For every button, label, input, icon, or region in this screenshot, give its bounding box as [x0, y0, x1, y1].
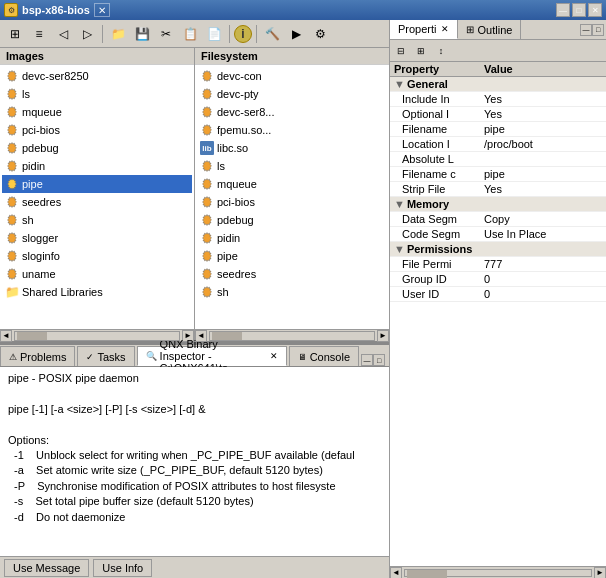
toolbar-forward-btn[interactable]: ▷	[76, 23, 98, 45]
use-info-button[interactable]: Use Info	[93, 559, 152, 577]
item-label: devc-ser8250	[22, 70, 89, 82]
props-h-track[interactable]	[404, 569, 592, 577]
tab-properties[interactable]: Properti ✕	[390, 20, 458, 39]
toolbar-list-btn[interactable]: ≡	[28, 23, 50, 45]
fs-item[interactable]: pidin	[197, 229, 387, 247]
group-collapse-icon[interactable]: ▼	[394, 243, 405, 255]
item-label: mqueue	[22, 106, 62, 118]
props-minimize[interactable]: —	[580, 24, 592, 36]
toolbar-settings-btn[interactable]: ⚙	[309, 23, 331, 45]
toolbar-cut-btn[interactable]: ✂	[155, 23, 177, 45]
bottom-tab[interactable]: ✓Tasks	[77, 346, 134, 366]
images-item[interactable]: 📁Shared Libraries	[2, 283, 192, 301]
item-label: pidin	[22, 160, 45, 172]
filesystem-content[interactable]: devc-con devc-pty devc-ser8... fpemu.so.…	[195, 65, 389, 329]
close-button[interactable]: ✕	[588, 3, 602, 17]
fs-item[interactable]: fpemu.so...	[197, 121, 387, 139]
filesystem-header: Filesystem	[195, 48, 389, 65]
props-scrollbar-h[interactable]: ◄ ►	[390, 566, 606, 578]
props-btn-3[interactable]: ↕	[432, 42, 450, 60]
group-collapse-icon[interactable]: ▼	[394, 78, 405, 90]
tab-close-icon[interactable]: ✕	[270, 351, 278, 361]
fs-scroll-thumb[interactable]	[212, 332, 242, 340]
bottom-tab[interactable]: 🖥Console	[289, 346, 359, 366]
props-h-left[interactable]: ◄	[390, 567, 402, 579]
fs-item[interactable]: pdebug	[197, 211, 387, 229]
folder-icon: 📁	[4, 284, 20, 300]
fs-item[interactable]: ls	[197, 157, 387, 175]
images-item[interactable]: pdebug	[2, 139, 192, 157]
prop-name: Absolute L	[390, 152, 480, 167]
images-scroll-left[interactable]: ◄	[0, 330, 12, 342]
fs-item[interactable]: liblibc.so	[197, 139, 387, 157]
item-label: uname	[22, 268, 56, 280]
bottom-tab[interactable]: ⚠Problems	[0, 346, 75, 366]
images-item[interactable]: slogger	[2, 229, 192, 247]
props-h-right[interactable]: ►	[594, 567, 606, 579]
props-btn-2[interactable]: ⊞	[412, 42, 430, 60]
use-message-button[interactable]: Use Message	[4, 559, 89, 577]
images-content[interactable]: devc-ser8250 ls mqueue pci-bios pdebug p…	[0, 65, 194, 329]
images-item[interactable]: pidin	[2, 157, 192, 175]
images-scrollbar[interactable]: ◄ ►	[0, 329, 194, 341]
toolbar-build-btn[interactable]: 🔨	[261, 23, 283, 45]
fs-item[interactable]: pipe	[197, 247, 387, 265]
props-h-thumb[interactable]	[407, 570, 447, 578]
minimize-button[interactable]: —	[556, 3, 570, 17]
gear-icon	[4, 68, 20, 84]
props-maximize[interactable]: □	[592, 24, 604, 36]
main-toolbar: ⊞ ≡ ◁ ▷ 📁 💾 ✂ 📋 📄 i 🔨 ▶ ⚙	[0, 20, 389, 48]
images-item[interactable]: sh	[2, 211, 192, 229]
images-item[interactable]: devc-ser8250	[2, 67, 192, 85]
props-col-property: Property	[390, 62, 480, 77]
toolbar-save-btn[interactable]: 💾	[131, 23, 153, 45]
images-item[interactable]: pipe	[2, 175, 192, 193]
images-item[interactable]: sloginfo	[2, 247, 192, 265]
toolbar-grid-btn[interactable]: ⊞	[4, 23, 26, 45]
bottom-minimize-btn[interactable]: —	[361, 354, 373, 366]
filesystem-scrollbar[interactable]: ◄ ►	[195, 329, 389, 341]
fs-item[interactable]: devc-con	[197, 67, 387, 85]
images-item[interactable]: ls	[2, 85, 192, 103]
fs-scroll-right[interactable]: ►	[377, 330, 389, 342]
toolbar-run-btn[interactable]: ▶	[285, 23, 307, 45]
item-label: pipe	[22, 178, 43, 190]
images-item[interactable]: pci-bios	[2, 121, 192, 139]
toolbar-info-btn[interactable]: i	[234, 25, 252, 43]
fs-scroll-track[interactable]	[209, 331, 375, 341]
tab-close-button[interactable]: ✕	[94, 3, 110, 17]
group-collapse-icon[interactable]: ▼	[394, 198, 405, 210]
bottom-tab[interactable]: 🔍QNX Binary Inspector - C:\QNX641\ta...✕	[137, 346, 287, 366]
fs-item[interactable]: pci-bios	[197, 193, 387, 211]
images-scroll-thumb[interactable]	[17, 332, 47, 340]
item-label: mqueue	[217, 178, 257, 190]
fs-item[interactable]: devc-pty	[197, 85, 387, 103]
images-scroll-track[interactable]	[14, 331, 180, 341]
fs-item[interactable]: mqueue	[197, 175, 387, 193]
item-label: slogger	[22, 232, 58, 244]
content-line: -s Set total pipe buffer size (default 5…	[8, 494, 381, 509]
bottom-maximize-btn[interactable]: □	[373, 354, 385, 366]
images-item[interactable]: mqueue	[2, 103, 192, 121]
images-item[interactable]: seedres	[2, 193, 192, 211]
maximize-button[interactable]: □	[572, 3, 586, 17]
prop-name: Include In	[390, 92, 480, 107]
props-row: Filename c pipe	[390, 167, 606, 182]
fs-item[interactable]: sh	[197, 283, 387, 301]
tab-outline[interactable]: ⊞ Outline	[458, 20, 522, 39]
prop-value: 777	[480, 257, 606, 272]
prop-value: Yes	[480, 182, 606, 197]
toolbar-folder-btn[interactable]: 📁	[107, 23, 129, 45]
toolbar-copy-btn[interactable]: 📋	[179, 23, 201, 45]
properties-tab-close[interactable]: ✕	[441, 24, 449, 34]
gear-icon	[199, 176, 215, 192]
toolbar-back-btn[interactable]: ◁	[52, 23, 74, 45]
item-label: sloginfo	[22, 250, 60, 262]
tab-icon: ⚠	[9, 352, 17, 362]
props-btn-1[interactable]: ⊟	[392, 42, 410, 60]
images-item[interactable]: uname	[2, 265, 192, 283]
fs-item[interactable]: devc-ser8...	[197, 103, 387, 121]
toolbar-paste-btn[interactable]: 📄	[203, 23, 225, 45]
fs-item[interactable]: seedres	[197, 265, 387, 283]
gear-icon	[4, 212, 20, 228]
